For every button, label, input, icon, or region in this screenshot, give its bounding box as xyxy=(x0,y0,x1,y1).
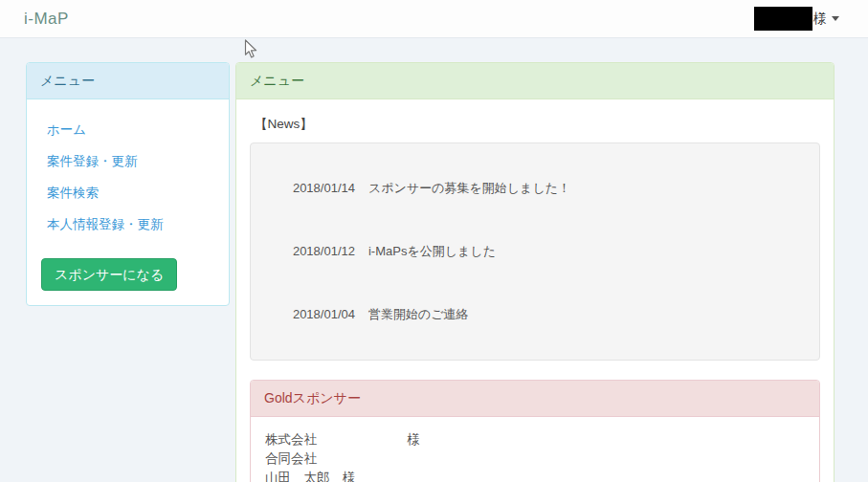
main-menu-title: メニュー xyxy=(250,73,304,88)
navbar: i-MaP 様 xyxy=(0,0,868,38)
user-dropdown[interactable]: 様 xyxy=(754,6,839,32)
user-name-suffix: 様 xyxy=(813,11,827,28)
news-item-text: i-MaPsを公開しました xyxy=(368,244,496,258)
main-menu-header: メニュー xyxy=(236,63,834,99)
news-heading: 【News】 xyxy=(255,116,820,132)
main-menu-body: 【News】 2018/01/14スポンサーの募集を開始しました！ 2018/0… xyxy=(236,99,834,482)
sidebar-menu-title: メニュー xyxy=(40,73,95,88)
mouse-cursor xyxy=(244,39,258,59)
news-item: 2018/01/12i-MaPsを公開しました xyxy=(265,220,805,283)
news-item-date: 2018/01/14 xyxy=(293,181,355,195)
news-item-date: 2018/01/04 xyxy=(293,307,355,321)
news-item: 2018/01/14スポンサーの募集を開始しました！ xyxy=(265,157,805,220)
gold-sponsor-header: Goldスポンサー xyxy=(251,381,819,417)
caret-down-icon xyxy=(832,16,839,21)
news-item-text: スポンサーの募集を開始しました！ xyxy=(368,181,570,195)
sponsor-name: 山田 太郎 様 xyxy=(265,469,805,482)
sidebar-item-case-search[interactable]: 案件検索 xyxy=(47,184,214,203)
sidebar-item-personal-info[interactable]: 本人情報登録・更新 xyxy=(47,215,214,234)
gold-sponsor-body: 株式会社 様 合同会社 山田 太郎 様 合同会社 様 xyxy=(251,417,819,482)
sidebar-item-case-register[interactable]: 案件登録・更新 xyxy=(47,152,214,171)
sidebar-menu-panel: メニュー ホーム 案件登録・更新 案件検索 本人情報登録・更新 スポンサーになる xyxy=(26,62,230,306)
redacted-username xyxy=(754,7,812,31)
news-item: 2018/01/04営業開始のご連絡 xyxy=(265,283,805,346)
gold-sponsor-title: Goldスポンサー xyxy=(264,390,361,405)
news-list: 2018/01/14スポンサーの募集を開始しました！ 2018/01/12i-M… xyxy=(250,142,820,361)
navbar-brand[interactable]: i-MaP xyxy=(24,10,69,29)
gold-sponsor-panel: Goldスポンサー 株式会社 様 合同会社 山田 太郎 様 合同会社 様 xyxy=(250,380,820,482)
sidebar-item-home[interactable]: ホーム xyxy=(47,120,214,140)
sidebar-menu-body: ホーム 案件登録・更新 案件検索 本人情報登録・更新 スポンサーになる xyxy=(27,99,229,305)
news-item-date: 2018/01/12 xyxy=(293,244,355,258)
become-sponsor-button[interactable]: スポンサーになる xyxy=(41,258,177,291)
news-item-text: 営業開始のご連絡 xyxy=(368,307,469,321)
sponsor-name: 合同会社 xyxy=(265,449,805,469)
sidebar-menu-header: メニュー xyxy=(27,63,229,99)
sponsor-name: 株式会社 様 xyxy=(265,430,805,449)
main-menu-panel: メニュー 【News】 2018/01/14スポンサーの募集を開始しました！ 2… xyxy=(235,62,835,482)
